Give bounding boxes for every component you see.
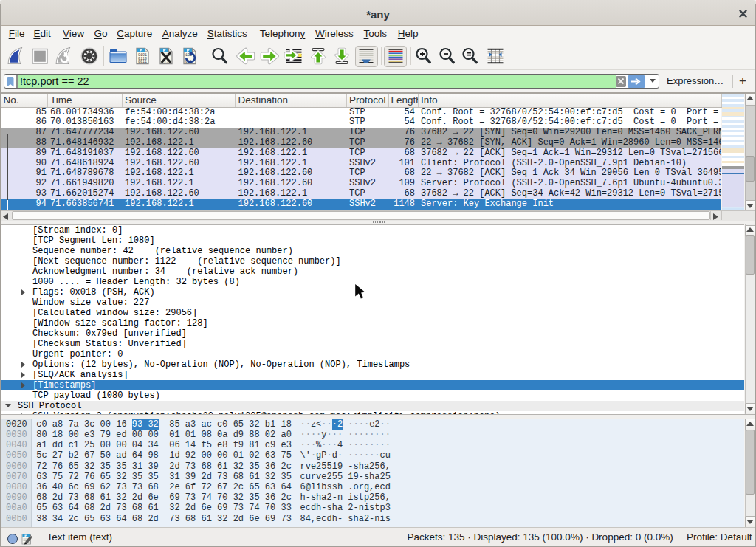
svg-text:0011: 0011: [138, 60, 147, 64]
